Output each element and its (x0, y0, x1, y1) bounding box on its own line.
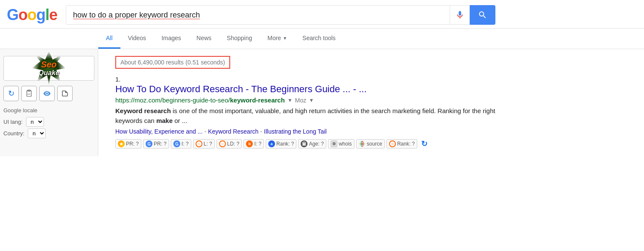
ui-lang-select[interactable]: n (26, 117, 44, 127)
main-content: Seo Quake ↻ csv Google locale UI lang: n (0, 49, 644, 156)
results-count-box: About 6,490,000 results (0.51 seconds) (115, 56, 230, 69)
whois-icon: ⚙ (331, 140, 337, 147)
logo-g2: g (36, 6, 45, 23)
seo-rank2-label: Rank: ? (397, 141, 415, 147)
seo-badge-ld[interactable]: ○ LD: ? (217, 139, 242, 149)
seo-badge-bing[interactable]: b I: ? (243, 139, 264, 149)
chrome-icon (359, 140, 366, 147)
seo-badge-whois[interactable]: ⚙ whois (328, 139, 354, 149)
ld-icon: ○ (219, 140, 226, 147)
seo-whois-label: whois (339, 141, 352, 147)
result-number: 1. (115, 76, 500, 83)
seo-alexa-label: Rank: ? (276, 141, 294, 147)
search-result-1: 1. How To Do Keyword Research - The Begi… (115, 76, 500, 149)
seo-pr-label: PR: ? (126, 141, 139, 147)
result-url-row: https://moz.com/beginners-guide-to-seo/k… (115, 96, 500, 104)
seo-bing-label: I: ? (254, 141, 261, 147)
eye-icon (43, 90, 51, 97)
result-url-arrow: ▼ (287, 97, 293, 103)
alexa-icon: a (268, 140, 275, 147)
bing-icon: b (246, 140, 253, 147)
search-bar (66, 5, 450, 25)
tab-videos[interactable]: Videos (120, 29, 154, 49)
sidebar: Seo Quake ↻ csv Google locale UI lang: n (0, 49, 98, 156)
tab-more[interactable]: More ▼ (260, 29, 295, 49)
seo-badge-alexa[interactable]: a Rank: ? (266, 139, 296, 149)
logo-g1: G (7, 6, 18, 23)
svg-text:csv: csv (27, 93, 31, 95)
clipboard-icon: csv (25, 90, 33, 97)
seo-l-label: L: ? (204, 141, 212, 147)
logo-o2: o (27, 6, 36, 23)
seo-badge-age[interactable]: 🏛 Age: ? (298, 139, 326, 149)
tab-images[interactable]: Images (154, 29, 189, 49)
seo-badge-pr[interactable]: ★ PR: ? (115, 139, 141, 149)
result-description: Keyword research is one of the most impo… (115, 106, 500, 125)
seo-badge-g-i[interactable]: G PR: ? (143, 139, 169, 149)
google-logo: Google (7, 6, 57, 24)
google-locale-label: Google locale (3, 107, 94, 114)
seo-refresh-icon: ↻ (421, 139, 427, 149)
results-count-text: About 6,490,000 results (120, 59, 184, 66)
mic-button[interactable] (450, 5, 470, 25)
seo-age-label: Age: ? (309, 141, 324, 147)
seoquake-quake-text: Quake (38, 69, 59, 77)
seo-badge-l[interactable]: ○ L: ? (193, 139, 215, 149)
seo-badge-rank2[interactable]: ○ Rank: ? (386, 139, 417, 149)
export-icon (61, 90, 69, 97)
tab-shopping[interactable]: Shopping (219, 29, 260, 49)
header: Google (0, 0, 644, 29)
result-title[interactable]: How To Do Keyword Research - The Beginne… (115, 84, 500, 95)
sitelink-1[interactable]: How Usability, Experience and ... (115, 128, 202, 135)
country-row: Country: n (3, 128, 94, 138)
sq-export-btn[interactable] (57, 86, 73, 101)
sitelink-sep-1: - (204, 128, 206, 135)
sitelink-3[interactable]: Illustrating the Long Tail (264, 128, 327, 135)
sq-refresh-btn[interactable]: ↻ (3, 86, 19, 101)
star-icon: ★ (118, 140, 125, 147)
tab-all[interactable]: All (98, 29, 120, 49)
result-sitelinks: How Usability, Experience and ... - Keyw… (115, 128, 500, 135)
ui-lang-row: UI lang: n (3, 117, 94, 127)
seoquake-logo: Seo Quake (3, 56, 94, 81)
seo-badge-source[interactable]: source (356, 139, 385, 149)
tab-news[interactable]: News (189, 29, 219, 49)
seo-bar: ★ PR: ? G PR: ? G I: ? ○ L: ? ○ LD: ? (115, 138, 500, 149)
sitelink-sep-2: - (260, 128, 262, 135)
seo-badge-refresh[interactable]: ↻ (419, 138, 430, 149)
sq-tools: ↻ csv (3, 86, 94, 101)
results-time: (0.51 seconds) (185, 59, 225, 66)
l-icon: ○ (196, 140, 202, 147)
sitelink-2[interactable]: Keyword Research (208, 128, 258, 135)
search-button[interactable] (470, 5, 495, 25)
age-icon: 🏛 (301, 140, 307, 147)
seo-gi-label: PR: ? (154, 141, 167, 147)
seoquake-seo-text: Seo (38, 60, 59, 69)
logo-l: l (45, 6, 49, 23)
country-select[interactable]: n (28, 128, 46, 138)
sq-eye-btn[interactable] (39, 86, 55, 101)
more-arrow: ▼ (283, 36, 287, 41)
sq-csv-btn[interactable]: csv (21, 86, 37, 101)
google-icon: G (146, 140, 152, 147)
seo-source-label: source (367, 141, 382, 147)
rank2-icon: ○ (389, 140, 396, 147)
tab-search-tools[interactable]: Search tools (295, 29, 343, 49)
search-input[interactable] (66, 11, 450, 20)
google-i-icon: G (173, 140, 180, 147)
ui-lang-label: UI lang: (3, 119, 23, 125)
result-url-bold: keyword-research (230, 96, 284, 104)
mic-icon (455, 10, 465, 20)
search-icon (478, 10, 487, 20)
result-desc-bold1: Keyword research (115, 107, 171, 114)
results-area: About 6,490,000 results (0.51 seconds) 1… (98, 49, 644, 156)
seo-ld-label: LD: ? (227, 141, 240, 147)
seo-gi2-label: I: ? (181, 141, 189, 147)
nav-tabs: All Videos Images News Shopping More ▼ S… (0, 29, 644, 49)
result-url[interactable]: https://moz.com/beginners-guide-to-seo/k… (115, 96, 285, 104)
logo-o1: o (18, 6, 27, 23)
country-label: Country: (3, 130, 24, 137)
seo-badge-g-i2[interactable]: G I: ? (171, 139, 191, 149)
logo-e: e (49, 6, 57, 23)
result-desc-bold2: make (156, 117, 173, 124)
